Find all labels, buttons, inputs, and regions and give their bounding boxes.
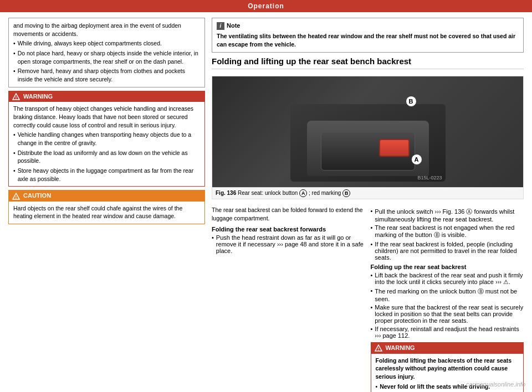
right-sub-col: Pull the unlock switch ››› Fig. 136 Ⓐ fo… [371, 206, 524, 392]
right-bullet-2-text: The rear seat backrest is not engaged wh… [375, 224, 524, 239]
warn-bullet-1: Vehicle handling changes when transporti… [13, 131, 200, 147]
content-area: and moving to the airbag deployment area… [0, 12, 532, 392]
note-box: i Note The ventilating slits between the… [212, 18, 524, 53]
warning-icon-left: ! [12, 93, 21, 101]
warning-box-left: ! WARNING The transport of heavy object … [8, 91, 205, 187]
page-wrapper: Operation and moving to the airbag deplo… [0, 0, 532, 392]
right-bullet-2: The rear seat backrest is not engaged wh… [371, 224, 524, 239]
intro-bullet-1-text: While driving, always keep object compar… [18, 39, 162, 48]
svg-text:!: ! [377, 347, 378, 351]
image-ref: B15L-0223 [417, 175, 442, 180]
intro-bullet-2-text: Do not place hard, heavy or sharp object… [18, 49, 200, 65]
warning-header-right: ! WARNING [371, 343, 524, 353]
sub2-bullet-1: Lift back the backrest of the rear seat … [371, 272, 524, 286]
right-bullet-3-text: If the rear seat backrest is folded, peo… [375, 241, 524, 261]
fig-ref: Fig. 136 [216, 190, 236, 196]
sub2-bullet-2: The red marking on the unlock button Ⓑ m… [371, 287, 524, 302]
caution-header: ! CAUTION [9, 190, 204, 201]
sub1-bullet-1-text: Push the head restraint down as far as i… [216, 234, 365, 254]
sub2-bullet-3: Make sure that the backrest of the rear … [371, 304, 524, 324]
sub2-bullet-2-text: The red marking on the unlock button Ⓑ m… [375, 287, 524, 302]
warning-main-text-left: The transport of heavy object changes ve… [13, 105, 193, 128]
body-text-main: The rear seat backrest can be folded for… [212, 206, 365, 223]
intro-bullet-3-text: Remove hard, heavy and sharp objects fro… [18, 67, 200, 83]
warning-main-text-right: Folding and lifting the backrests of the… [376, 357, 512, 380]
watermark-text: carmanualsonline.info [466, 381, 525, 388]
sub-section-title-1: Folding the rear seat backrest forwards [212, 226, 365, 233]
caution-box-left: ! CAUTION Hard objects on the rear shelf… [8, 190, 205, 224]
figure-caption: Fig. 136 Rear seat: unlock button A ; re… [212, 187, 523, 199]
note-text: The ventilating slits between the heated… [217, 33, 515, 48]
right-bullet-3: If the rear seat backrest is folded, peo… [371, 241, 524, 261]
note-title: Note [227, 22, 240, 30]
intro-bullet-1: While driving, always keep object compar… [13, 39, 200, 48]
warning-icon-right: ! [374, 344, 383, 352]
section-title: Folding and lifting up the rear seat ben… [212, 56, 524, 70]
label-b-circle: B [406, 96, 417, 107]
warn-bullet-1-text: Vehicle handling changes when transporti… [18, 131, 200, 147]
note-header: i Note [217, 22, 519, 30]
fig-label-b: B [342, 189, 350, 197]
right-bullet-1-text: Pull the unlock switch ››› Fig. 136 Ⓐ fo… [375, 208, 524, 223]
warn-bullet-3: Store heavy objects in the luggage compa… [13, 167, 200, 183]
caution-icon: ! [12, 192, 21, 200]
left-column: and moving to the airbag deployment area… [8, 18, 205, 392]
left-sub-col: The rear seat backrest can be folded for… [212, 206, 365, 392]
svg-text:!: ! [16, 96, 17, 100]
warning-title-right: WARNING [386, 344, 415, 352]
svg-text:!: ! [16, 195, 17, 199]
sub-section-title-2: Folding up the rear seat backrest [371, 264, 524, 270]
warn-bullet-2: Distribute the load as uniformly and as … [13, 149, 200, 165]
sub2-bullet-4: If necessary, reinstall and readjust the… [371, 326, 524, 339]
right-column: i Note The ventilating slits between the… [212, 18, 524, 392]
fig-caption-text: Rear seat: unlock button [238, 190, 298, 196]
section-title-text: Folding and lifting up the rear seat ben… [212, 56, 411, 66]
note-icon: i [217, 22, 224, 30]
warn-bullet-3-text: Store heavy objects in the luggage compa… [18, 167, 200, 183]
warning-title-left: WARNING [23, 92, 53, 101]
fig-label-a: A [299, 189, 307, 197]
header-title: Operation [248, 2, 284, 10]
figure-image: B A B15L-0223 [212, 76, 523, 187]
figure-container: B A B15L-0223 Fig. 136 Rear seat: unlock… [212, 76, 524, 199]
warning-header-left: ! WARNING [9, 91, 204, 102]
intro-box: and moving to the airbag deployment area… [8, 18, 205, 87]
sub1-bullet-1: Push the head restraint down as far as i… [212, 234, 365, 254]
intro-text: and moving to the airbag deployment area… [13, 22, 181, 37]
warn-bullet-2-text: Distribute the load as uniformly and as … [18, 149, 200, 165]
caution-text: Hard objects on the rear shelf could cha… [13, 205, 182, 220]
label-a-circle: A [411, 154, 422, 165]
watermark: carmanualsonline.info [466, 381, 525, 388]
sub2-bullet-4-text: If necessary, reinstall and readjust the… [375, 326, 524, 339]
intro-bullet-3: Remove hard, heavy and sharp objects fro… [13, 67, 200, 83]
fig-caption-middle: ; red marking [309, 190, 341, 196]
intro-bullet-2: Do not place hard, heavy or sharp object… [13, 49, 200, 65]
sub2-bullet-3-text: Make sure that the backrest of the rear … [375, 304, 524, 324]
right-bullet-1: Pull the unlock switch ››› Fig. 136 Ⓐ fo… [371, 208, 524, 223]
sub2-bullet-1-text: Lift back the backrest of the rear seat … [375, 272, 524, 286]
caution-title: CAUTION [23, 192, 51, 200]
two-col-area: The rear seat backrest can be folded for… [212, 206, 524, 392]
header-bar: Operation [0, 0, 532, 12]
